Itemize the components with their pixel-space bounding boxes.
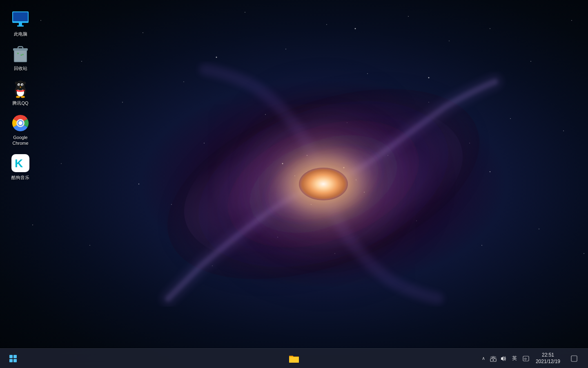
tray-expand-button[interactable]: ∧ <box>480 354 487 363</box>
svg-rect-19 <box>15 51 26 61</box>
svg-point-31 <box>15 81 18 84</box>
svg-rect-15 <box>13 12 28 21</box>
tray-network-icon[interactable] <box>490 355 497 362</box>
svg-rect-21 <box>18 47 23 49</box>
language-indicator[interactable]: 英 <box>510 353 519 364</box>
svg-point-8 <box>307 155 307 156</box>
desktop-icons-container: 此电脑 回收站 <box>0 0 41 191</box>
qq-icon <box>11 79 30 99</box>
kuwo-label: 酷狗音乐 <box>11 175 29 180</box>
svg-text:中: 中 <box>523 357 527 361</box>
svg-rect-16 <box>19 23 22 25</box>
start-button[interactable] <box>3 349 23 368</box>
notification-button[interactable] <box>567 349 581 368</box>
taskbar-left <box>0 349 23 368</box>
chrome-icon <box>11 113 30 133</box>
sound-icon <box>500 355 506 362</box>
galaxy-wallpaper <box>140 61 507 307</box>
svg-point-39 <box>492 359 494 361</box>
network-icon <box>490 355 497 362</box>
chrome-label: Google Chrome <box>6 135 35 146</box>
qq-label: 腾讯QQ <box>12 100 28 106</box>
desktop-icon-chrome[interactable]: Google Chrome <box>4 112 37 148</box>
desktop-icon-recycle-bin[interactable]: 回收站 <box>4 43 37 73</box>
svg-point-12 <box>311 204 312 205</box>
galaxy-core <box>299 168 348 200</box>
desktop: 此电脑 回收站 <box>0 0 588 368</box>
taskbar-right: ∧ 英 <box>480 349 588 368</box>
tray-sound-icon[interactable] <box>500 355 506 362</box>
svg-rect-17 <box>17 25 24 27</box>
recycle-bin-label: 回收站 <box>14 65 27 71</box>
notification-icon <box>571 355 577 362</box>
taskbar-center <box>284 349 304 368</box>
svg-point-35 <box>18 121 22 125</box>
clock-display[interactable]: 22:51 2021/12/19 <box>532 352 564 365</box>
desktop-icon-this-pc[interactable]: 此电脑 <box>4 8 37 38</box>
svg-rect-42 <box>571 356 577 361</box>
svg-point-29 <box>16 96 20 98</box>
desktop-icon-kuwo[interactable]: K 酷狗音乐 <box>4 152 37 182</box>
language-text: 英 <box>512 355 517 361</box>
svg-point-10 <box>356 180 356 180</box>
svg-point-30 <box>21 96 25 98</box>
svg-point-27 <box>18 84 20 85</box>
file-explorer-icon <box>289 354 299 363</box>
taskbar: ∧ 英 <box>0 348 588 368</box>
windows-logo-icon <box>9 355 17 362</box>
svg-point-6 <box>282 163 283 164</box>
svg-point-9 <box>343 167 345 168</box>
kuwo-icon: K <box>11 153 30 173</box>
taskbar-file-explorer[interactable] <box>284 349 304 368</box>
recycle-bin-icon <box>11 44 30 64</box>
tray-expand-icon: ∧ <box>482 356 485 361</box>
this-pc-label: 此电脑 <box>14 31 27 37</box>
clock-time: 22:51 <box>542 352 554 359</box>
svg-point-7 <box>294 175 295 176</box>
desktop-icon-qq[interactable]: 腾讯QQ <box>4 77 37 108</box>
svg-point-32 <box>23 81 26 84</box>
svg-text:K: K <box>15 157 23 170</box>
clock-date: 2021/12/19 <box>536 359 560 365</box>
svg-point-13 <box>364 192 365 193</box>
input-method-icon: 中 <box>523 355 529 362</box>
svg-point-28 <box>22 84 23 85</box>
tray-input-method-icon[interactable]: 中 <box>523 355 529 362</box>
this-pc-icon <box>11 10 30 29</box>
